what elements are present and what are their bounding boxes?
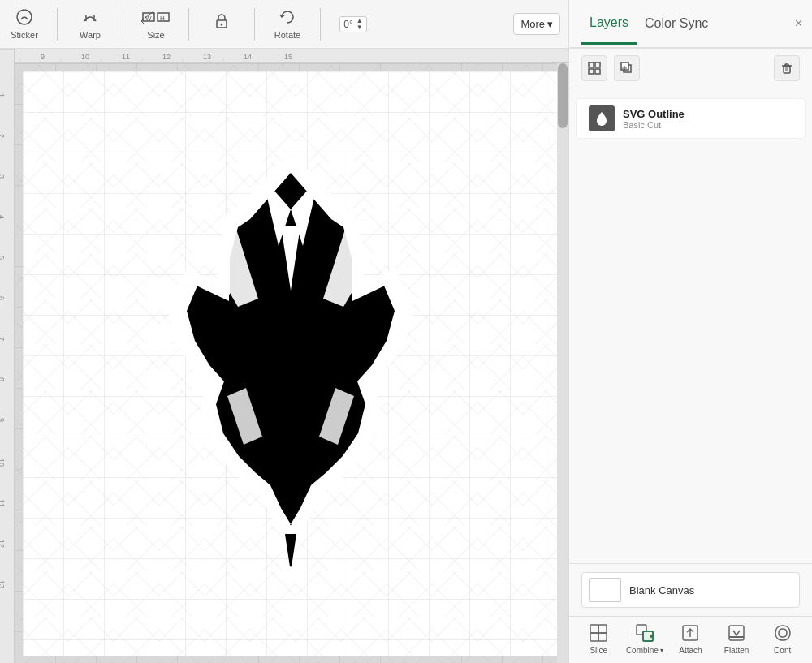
svg-text:8: 8: [0, 377, 6, 381]
svg-text:▾: ▾: [650, 633, 653, 640]
rotate-value[interactable]: 0° ▲ ▼: [337, 16, 369, 32]
layer-name: SVG Outline: [623, 108, 793, 120]
tab-color-sync[interactable]: Color Sync: [637, 4, 716, 43]
slice-icon: [587, 622, 610, 644]
ruler-horizontal: 9 10 11 12 13 14 15: [0, 49, 568, 63]
scrollbar-vertical[interactable]: [557, 63, 568, 663]
svg-text:14: 14: [244, 53, 252, 61]
contour-icon: [771, 622, 794, 644]
svg-text:2: 2: [0, 134, 6, 138]
svg-text:6: 6: [0, 296, 6, 300]
svg-rect-56: [598, 633, 607, 641]
lock-tool[interactable]: [205, 13, 238, 35]
svg-text:15: 15: [284, 53, 292, 61]
svg-rect-46: [784, 66, 790, 73]
svg-point-9: [221, 24, 223, 26]
layer-info: SVG Outline Basic Cut: [623, 108, 793, 130]
attach-button[interactable]: Attach: [670, 622, 710, 655]
svg-text:1: 1: [0, 93, 6, 97]
tab-layers[interactable]: Layers: [581, 3, 637, 45]
blank-canvas-item[interactable]: Blank Canvas: [581, 572, 800, 608]
right-panel: Layers Color Sync ×: [568, 0, 812, 663]
svg-text:5: 5: [0, 256, 6, 260]
rotate-tool[interactable]: Rotate: [271, 8, 304, 40]
scrollbar-thumb[interactable]: [558, 63, 568, 128]
group-layers-button[interactable]: [581, 55, 607, 81]
size-icon: W H: [141, 8, 171, 30]
svg-text:4: 4: [0, 215, 6, 219]
blank-canvas-section: Blank Canvas: [569, 563, 812, 616]
svg-rect-39: [595, 62, 600, 67]
rotate-icon: [279, 8, 296, 30]
sticker-icon: [15, 8, 33, 30]
svg-text:13: 13: [0, 580, 6, 588]
design-canvas[interactable]: [23, 71, 559, 656]
svg-text:11: 11: [122, 53, 130, 61]
flatten-icon: [725, 622, 748, 644]
duplicate-layer-button[interactable]: [614, 55, 640, 81]
layers-list: SVG Outline Basic Cut: [569, 88, 812, 563]
toolbar-divider-2: [123, 8, 123, 41]
combine-button[interactable]: ▾ Combine ▾: [624, 622, 665, 655]
svg-text:9: 9: [0, 418, 6, 422]
svg-text:W: W: [145, 15, 152, 22]
contour-label: Cont: [774, 646, 791, 655]
slice-label: Slice: [590, 646, 607, 655]
more-chevron-icon: ▾: [547, 18, 553, 30]
flatten-label: Flatten: [724, 646, 749, 655]
combine-label: Combine: [626, 646, 659, 655]
panel-tabs: Layers Color Sync ×: [569, 0, 812, 49]
svg-rect-55: [590, 633, 598, 641]
contour-button[interactable]: Cont: [762, 622, 803, 655]
delete-layer-button[interactable]: [774, 55, 800, 81]
svg-rect-53: [590, 625, 598, 633]
lock-icon: [214, 13, 229, 35]
combine-chevron: ▾: [660, 647, 663, 654]
blank-canvas-label: Blank Canvas: [629, 584, 694, 596]
svg-text:10: 10: [81, 53, 89, 61]
svg-text:12: 12: [162, 53, 171, 61]
warp-icon: [81, 8, 99, 30]
layer-type: Basic Cut: [623, 120, 793, 130]
top-toolbar: Sticker Warp W H Size: [0, 0, 568, 49]
svg-rect-40: [589, 69, 594, 74]
svg-rect-38: [589, 62, 594, 67]
panel-close-icon[interactable]: ×: [795, 16, 802, 31]
more-button[interactable]: More ▾: [513, 13, 560, 35]
slice-button[interactable]: Slice: [578, 622, 619, 655]
svg-text:11: 11: [0, 499, 6, 507]
size-tool[interactable]: W H Size: [140, 8, 172, 40]
canvas-area[interactable]: [15, 63, 568, 663]
svg-text:7: 7: [0, 337, 6, 341]
attach-icon: [679, 622, 702, 644]
flatten-button[interactable]: Flatten: [716, 622, 757, 655]
svg-text:10: 10: [0, 459, 6, 467]
svg-text:H: H: [160, 15, 165, 22]
blank-canvas-thumbnail: [589, 578, 621, 602]
sticker-tool[interactable]: Sticker: [8, 8, 41, 40]
svg-rect-41: [595, 69, 600, 74]
toolbar-divider-4: [254, 8, 255, 41]
svg-text:9: 9: [41, 53, 45, 61]
layer-thumbnail: [589, 105, 615, 131]
toolbar-divider-5: [320, 8, 321, 41]
svg-text:12: 12: [0, 540, 6, 548]
layer-item-svg-outline[interactable]: SVG Outline Basic Cut: [576, 98, 806, 139]
bottom-toolbar: Slice ▾ Combine ▾: [569, 616, 812, 663]
logo-container[interactable]: [153, 136, 429, 623]
svg-text:3: 3: [0, 174, 6, 179]
ruler-vertical: 1 2 3 4 5 6 7 8 9 10 11 12 13: [0, 49, 15, 663]
toolbar-divider-3: [188, 8, 189, 41]
attach-label: Attach: [679, 646, 702, 655]
svg-rect-63: [729, 626, 744, 640]
warp-tool[interactable]: Warp: [74, 8, 106, 40]
combine-icon: ▾: [633, 622, 656, 644]
toolbar-divider-1: [57, 8, 58, 41]
svg-text:13: 13: [203, 53, 211, 61]
svg-rect-54: [598, 625, 607, 633]
layer-actions-bar: [569, 49, 812, 88]
